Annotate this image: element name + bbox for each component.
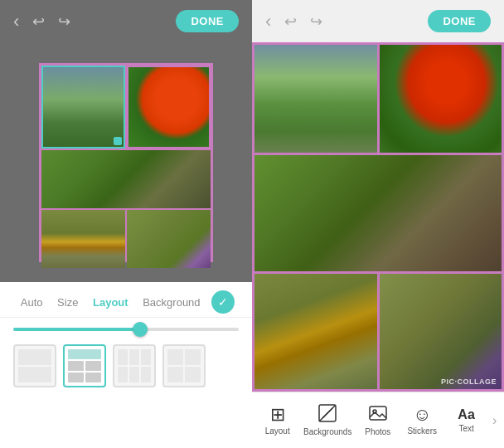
undo-button[interactable]: ↩ <box>32 12 45 31</box>
lo-cell <box>18 349 51 365</box>
back-button[interactable]: ‹ <box>13 11 19 32</box>
layout-option-4[interactable] <box>162 344 206 387</box>
toolbar-backgrounds[interactable]: Backgrounds <box>303 404 351 436</box>
slider-thumb[interactable] <box>133 322 148 337</box>
layout-icon: ⊞ <box>270 406 285 424</box>
svg-rect-3 <box>370 407 386 420</box>
lo-cell <box>185 367 201 382</box>
toolbar-text[interactable]: Aa Text <box>448 408 485 433</box>
text-label: Text <box>458 424 473 433</box>
lo-cell <box>118 349 128 365</box>
right-header: ‹ ↩ ↪ DONE <box>252 0 504 42</box>
right-cell-middle[interactable] <box>254 155 502 271</box>
stickers-icon: ☺ <box>413 406 431 424</box>
right-panel: ‹ ↩ ↪ DONE PIC·COLLAGE <box>252 0 504 448</box>
lo-cell <box>141 367 151 382</box>
lo-cell <box>118 367 128 382</box>
photos-icon <box>369 404 387 425</box>
left-nav-icons: ‹ ↩ ↪ <box>13 11 70 32</box>
cell-bottom-left[interactable] <box>41 210 125 268</box>
lo-cell <box>129 367 139 382</box>
right-cell-top-right[interactable] <box>380 45 502 153</box>
green-leaf-image <box>41 150 211 208</box>
redo-button[interactable]: ↪ <box>58 12 70 31</box>
right-cell-bottom-right[interactable]: PIC·COLLAGE <box>380 274 502 390</box>
right-cell-top-left[interactable] <box>254 45 377 153</box>
lo-cell <box>18 367 51 382</box>
backgrounds-label: Backgrounds <box>303 427 351 436</box>
right-nav-icons: ‹ ↩ ↪ <box>265 11 322 32</box>
tab-layout[interactable]: Layout <box>90 295 132 310</box>
lo-cell <box>167 349 183 365</box>
right-flower-image <box>380 45 502 153</box>
lo-cell <box>68 361 84 371</box>
layout-option-1[interactable] <box>13 344 56 387</box>
cell-top-right[interactable] <box>127 66 211 149</box>
lo-cell <box>68 349 101 359</box>
right-back-button[interactable]: ‹ <box>265 11 271 32</box>
lo-cell <box>85 361 101 371</box>
toolbar-photos[interactable]: Photos <box>360 404 396 436</box>
tab-row: Auto Size Layout Background ✓ <box>0 282 252 318</box>
landscape-image <box>43 67 124 147</box>
orange-flower-image <box>128 67 209 147</box>
tab-size[interactable]: Size <box>54 295 81 310</box>
left-header: ‹ ↩ ↪ DONE <box>0 0 252 42</box>
backgrounds-icon <box>318 404 337 425</box>
left-collage-grid[interactable] <box>39 63 213 262</box>
svg-line-2 <box>319 405 336 421</box>
left-bottom-controls: Auto Size Layout Background ✓ <box>0 282 252 448</box>
right-done-button[interactable]: DONE <box>428 10 491 32</box>
right-collage-grid[interactable]: PIC·COLLAGE <box>252 42 504 392</box>
confirm-button[interactable]: ✓ <box>211 290 235 314</box>
slider-area[interactable] <box>0 318 252 338</box>
toolbar-stickers[interactable]: ☺ Stickers <box>404 406 440 436</box>
tab-background[interactable]: Background <box>139 295 203 310</box>
watermark: PIC·COLLAGE <box>441 377 497 386</box>
right-bottom-toolbar: ⊞ Layout Backgrounds Photos <box>252 392 504 448</box>
mushroom-image <box>41 210 125 268</box>
left-collage-area <box>0 42 252 282</box>
lo-cell <box>167 367 183 382</box>
left-panel: ‹ ↩ ↪ DONE <box>0 0 252 448</box>
right-mushroom-image <box>254 274 377 390</box>
right-purple-image <box>380 274 502 390</box>
layout-option-3[interactable] <box>113 344 156 387</box>
text-icon: Aa <box>458 408 474 421</box>
layout-options <box>0 338 252 394</box>
lo-cell <box>185 349 201 365</box>
purple-plant-image <box>127 210 211 268</box>
tab-auto[interactable]: Auto <box>17 295 46 310</box>
left-done-button[interactable]: DONE <box>176 10 239 32</box>
photos-label: Photos <box>365 427 390 436</box>
right-undo-button[interactable]: ↩ <box>284 12 297 31</box>
slider-track[interactable] <box>13 328 239 331</box>
lo-cell <box>129 349 139 365</box>
lo-cell <box>85 373 101 382</box>
toolbar-chevron[interactable]: › <box>492 413 497 428</box>
layout-option-2[interactable] <box>63 344 106 387</box>
right-redo-button[interactable]: ↪ <box>310 12 322 31</box>
cell-top-left[interactable] <box>41 66 125 149</box>
lo-cell <box>68 373 84 382</box>
lo-cell <box>141 349 151 365</box>
cell-bottom-right[interactable] <box>127 210 211 268</box>
layout-label: Layout <box>265 426 290 436</box>
resize-handle[interactable] <box>114 137 122 145</box>
toolbar-layout[interactable]: ⊞ Layout <box>259 406 296 436</box>
cell-middle[interactable] <box>41 150 211 208</box>
stickers-label: Stickers <box>407 426 437 436</box>
right-landscape-image <box>254 45 377 153</box>
slider-fill <box>13 328 138 331</box>
right-cell-bottom-left[interactable] <box>254 274 377 390</box>
right-leaf-image <box>254 155 502 271</box>
right-collage-area: PIC·COLLAGE <box>252 42 504 392</box>
